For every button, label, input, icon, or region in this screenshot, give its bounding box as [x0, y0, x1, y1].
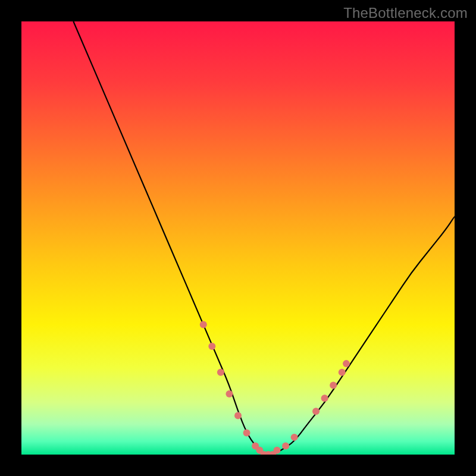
marker-dot: [291, 434, 298, 441]
marker-dot: [274, 447, 281, 454]
marker-dot: [282, 442, 289, 449]
marker-dot: [339, 369, 346, 376]
curve-layer: [21, 21, 455, 455]
marker-dot: [243, 430, 250, 437]
marker-dot: [330, 382, 337, 389]
watermark-text: TheBottleneck.com: [343, 5, 468, 21]
marker-dot: [234, 412, 242, 419]
highlight-dots: [200, 321, 350, 455]
marker-dot: [321, 394, 328, 402]
bottleneck-curve: [73, 21, 455, 455]
marker-dot: [312, 408, 320, 415]
marker-dot: [200, 321, 207, 328]
plot-area: [21, 21, 455, 455]
chart-frame: TheBottleneck.com: [0, 0, 476, 476]
marker-dot: [217, 369, 224, 376]
marker-dot: [343, 360, 350, 367]
marker-dot: [208, 343, 215, 350]
marker-dot: [226, 390, 233, 397]
